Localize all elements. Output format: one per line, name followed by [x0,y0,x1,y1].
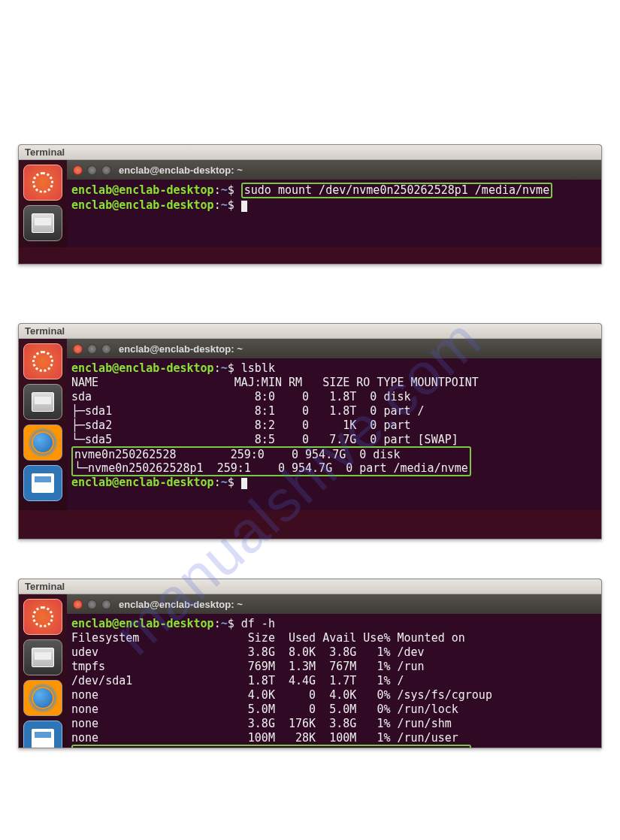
highlighted-command: sudo mount /dev/nvme0n250262528p1 /media… [241,183,552,198]
prompt-dollar: $ [228,198,234,212]
command-text: df -h [241,617,275,630]
dash-icon[interactable] [23,343,62,379]
prompt-dollar: $ [228,183,234,197]
unity-launcher [19,160,67,247]
terminal-window-mount: Terminal enclab@enclab-desktop: ~ enclab… [18,144,602,264]
table-row: nvme0n250262528 259:0 0 954.7G 0 disk [74,448,407,461]
highlighted-row: nvme0n250262528 259:0 0 954.7G 0 disk └─… [71,446,471,476]
prompt-path: ~ [221,617,228,630]
terminal-title: enclab@enclab-desktop: ~ [119,165,243,176]
lsblk-header: NAME MAJ:MIN RM SIZE RO TYPE MOUNTPOINT [71,376,479,389]
firefox-icon[interactable] [23,425,62,461]
terminal-output[interactable]: enclab@enclab-desktop:~$ lsblk NAME MAJ:… [67,358,601,510]
prompt-user: enclab@enclab-desktop [71,198,214,212]
unity-launcher [19,594,67,748]
prompt-path: ~ [221,476,228,489]
terminal-window-lsblk: Terminal enclab@enclab-desktop: ~ enclab… [18,323,602,539]
table-row: none 5.0M 0 5.0M 0% /run/lock [71,703,458,716]
prompt-path: ~ [221,361,228,375]
prompt-user: enclab@enclab-desktop [71,361,214,375]
ubuntu-logo-icon [32,172,53,193]
close-icon[interactable] [73,600,83,609]
maximize-icon[interactable] [101,600,111,609]
firefox-icon[interactable] [23,680,62,716]
window-label: Terminal [19,145,601,160]
minimize-icon[interactable] [87,344,97,354]
prompt-path: ~ [221,198,228,212]
prompt-colon: : [214,476,221,489]
table-row: none 3.8G 176K 3.8G 1% /run/shm [71,717,452,730]
prompt-user: enclab@enclab-desktop [71,183,214,197]
window-label: Terminal [19,324,601,339]
ubuntu-logo-icon [32,606,53,627]
terminal-titlebar: enclab@enclab-desktop: ~ [67,339,601,358]
cursor [241,201,247,212]
dash-icon[interactable] [23,599,62,635]
firefox-logo-icon [32,687,54,709]
ubuntu-logo-icon [32,351,53,372]
command-text: lsblk [241,361,275,375]
table-row: ├─sda1 8:1 0 1.8T 0 part / [71,404,425,418]
files-icon[interactable] [23,384,62,420]
table-row: tmpfs 769M 1.3M 767M 1% /run [71,660,425,673]
writer-icon[interactable] [23,465,62,501]
unity-launcher [19,339,67,510]
highlighted-row: /dev/nvme0n250262528p1 940G 72M 892G 1% … [71,745,471,748]
prompt-colon: : [214,361,221,375]
table-row: └─sda5 8:5 0 7.7G 0 part [SWAP] [71,433,458,446]
drawer-icon [32,213,54,233]
terminal-titlebar: enclab@enclab-desktop: ~ [67,160,601,180]
window-label: Terminal [19,579,601,594]
files-icon[interactable] [23,639,62,675]
table-row: udev 3.8G 8.0K 3.8G 1% /dev [71,645,425,659]
maximize-icon[interactable] [101,165,111,175]
close-icon[interactable] [73,165,83,175]
table-row: sda 8:0 0 1.8T 0 disk [71,390,418,403]
table-row: └─nvme0n250262528p1 259:1 0 954.7G 0 par… [74,461,468,475]
terminal-window-df: Terminal enclab@enclab-desktop: ~ enclab… [18,579,602,748]
terminal-output[interactable]: enclab@enclab-desktop:~$ sudo mount /dev… [67,180,601,247]
prompt-dollar: $ [228,617,234,630]
drawer-icon [32,648,54,667]
cursor [241,478,247,489]
firefox-logo-icon [32,431,54,454]
terminal-title: enclab@enclab-desktop: ~ [119,599,243,610]
drawer-icon [32,392,54,412]
document-icon [32,473,54,493]
prompt-colon: : [214,183,221,197]
document-icon [32,729,54,748]
writer-icon[interactable] [23,721,62,748]
maximize-icon[interactable] [101,344,111,354]
minimize-icon[interactable] [87,165,97,175]
files-icon[interactable] [23,205,62,241]
terminal-title: enclab@enclab-desktop: ~ [119,343,243,355]
prompt-user: enclab@enclab-desktop [71,617,214,630]
prompt-colon: : [214,198,221,212]
table-row: none 4.0K 0 4.0K 0% /sys/fs/cgroup [71,688,492,702]
prompt-colon: : [214,617,221,630]
dash-icon[interactable] [23,165,62,201]
table-row: ├─sda2 8:2 0 1K 0 part [71,418,418,432]
minimize-icon[interactable] [87,600,97,609]
terminal-output[interactable]: enclab@enclab-desktop:~$ df -h Filesyste… [67,614,601,748]
prompt-user: enclab@enclab-desktop [71,476,214,489]
prompt-path: ~ [221,183,228,197]
terminal-titlebar: enclab@enclab-desktop: ~ [67,594,601,614]
close-icon[interactable] [73,344,83,354]
table-row: /dev/sda1 1.8T 4.4G 1.7T 1% / [71,674,404,687]
table-row: none 100M 28K 100M 1% /run/user [71,731,458,745]
prompt-dollar: $ [228,361,234,375]
prompt-dollar: $ [228,476,234,489]
df-header: Filesystem Size Used Avail Use% Mounted … [71,631,465,645]
